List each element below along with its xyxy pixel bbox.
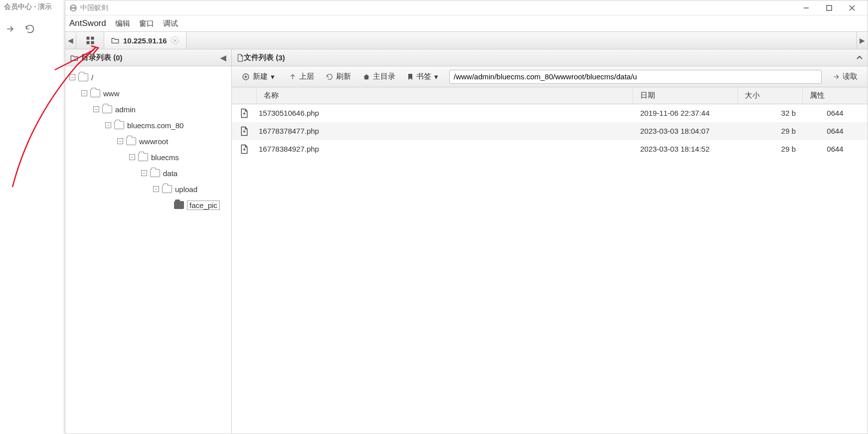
home-grid-button[interactable] xyxy=(76,32,104,49)
home-button[interactable]: 主目录 xyxy=(358,70,400,83)
tree-toggle-icon[interactable]: − xyxy=(105,122,111,128)
plus-circle-icon xyxy=(242,73,250,81)
folder-icon xyxy=(90,89,100,97)
file-rows: 15730510646.php2019-11-06 22:37:4432 b06… xyxy=(232,104,868,434)
path-input[interactable] xyxy=(449,70,822,84)
tree-node-bluecms[interactable]: −bluecms xyxy=(65,149,231,165)
minimize-button[interactable] xyxy=(795,0,818,15)
svg-rect-6 xyxy=(91,41,94,44)
tab-host[interactable]: 10.225.91.16 ✕ xyxy=(104,32,186,49)
browser-tab-title: 会员中心 - 演示 xyxy=(4,2,52,11)
home-label: 主目录 xyxy=(373,72,395,81)
col-name[interactable]: 名称 xyxy=(257,87,633,104)
directory-tree: −/ −www −admin −bluecms.com_80 −wwwroot … xyxy=(65,66,231,434)
brand-label: AntSword xyxy=(69,18,106,28)
col-size[interactable]: 大小 xyxy=(738,87,803,104)
browser-reload-icon[interactable] xyxy=(25,24,35,34)
file-size: 29 b xyxy=(738,127,803,135)
tree-node-facepic[interactable]: face_pic xyxy=(65,197,231,213)
tree-toggle-icon[interactable]: − xyxy=(93,106,99,112)
col-attr[interactable]: 属性 xyxy=(803,87,868,104)
file-toolbar: 新建 ▾ 上层 刷新 主目录 书签 xyxy=(232,66,868,87)
folder-icon xyxy=(174,201,184,209)
menu-window[interactable]: 窗口 xyxy=(135,17,158,30)
file-icon xyxy=(237,54,244,62)
read-button[interactable]: 读取 xyxy=(828,70,863,83)
file-header-suffix: ) xyxy=(283,53,285,62)
tabs-prev-button[interactable]: ◀ xyxy=(65,32,76,49)
browser-forward-icon[interactable] xyxy=(5,24,15,34)
folder-icon xyxy=(111,37,119,44)
file-row[interactable]: 15730510646.php2019-11-06 22:37:4432 b06… xyxy=(232,104,868,122)
menu-debug[interactable]: 调试 xyxy=(159,17,182,30)
folder-icon xyxy=(70,54,78,61)
file-date: 2023-03-03 18:14:52 xyxy=(633,145,738,153)
file-date: 2019-11-06 22:37:44 xyxy=(633,109,738,117)
directory-pane: 目录列表 (0) ◀ −/ −www −admin −bluecms.com_8… xyxy=(65,49,232,434)
tree-toggle-icon[interactable]: − xyxy=(153,186,159,192)
tree-toggle-icon[interactable]: − xyxy=(141,170,147,176)
file-header: 文件列表 (3) xyxy=(232,49,868,66)
app-window: 中国蚁剑 AntSword 编辑 窗口 调试 ◀ 10.225.91.16 ✕ … xyxy=(65,0,868,434)
tree-node-admin[interactable]: −admin xyxy=(65,101,231,117)
file-size: 29 b xyxy=(738,145,803,153)
collapse-left-icon[interactable]: ◀ xyxy=(220,53,226,62)
bookmark-icon xyxy=(407,73,413,80)
folder-icon xyxy=(78,73,88,81)
window-title: 中国蚁剑 xyxy=(80,3,795,12)
svg-rect-4 xyxy=(91,37,94,40)
tree-node-bluecms80[interactable]: −bluecms.com_80 xyxy=(65,117,231,133)
tree-label: data xyxy=(163,169,177,178)
file-row[interactable]: 16778384927.php2023-03-03 18:14:5229 b06… xyxy=(232,140,868,158)
collapse-right-icon[interactable] xyxy=(857,55,863,61)
home-icon xyxy=(363,73,370,80)
folder-icon xyxy=(126,137,136,145)
col-select[interactable] xyxy=(232,87,257,104)
tree-node-root[interactable]: −/ xyxy=(65,69,231,85)
folder-icon xyxy=(138,153,148,161)
close-button[interactable] xyxy=(841,0,864,15)
tree-label: upload xyxy=(175,185,197,194)
folder-icon xyxy=(114,121,124,129)
new-label: 新建 xyxy=(253,72,268,81)
file-header-prefix: 文件列表 ( xyxy=(244,53,278,62)
tree-label: face_pic xyxy=(187,201,220,210)
bookmark-button[interactable]: 书签 ▾ xyxy=(402,70,443,83)
tree-node-data[interactable]: −data xyxy=(65,165,231,181)
svg-rect-3 xyxy=(86,37,89,40)
tree-toggle-icon[interactable]: − xyxy=(117,138,123,144)
directory-header: 目录列表 (0) ◀ xyxy=(65,49,231,66)
refresh-label: 刷新 xyxy=(336,72,351,81)
file-size: 32 b xyxy=(738,109,803,117)
grid-header: 名称 日期 大小 属性 xyxy=(232,87,868,104)
bookmark-label: 书签 xyxy=(416,72,431,81)
file-header-count: 3 xyxy=(278,53,282,62)
tree-label: bluecms xyxy=(151,153,179,162)
file-pane: 文件列表 (3) 新建 ▾ 上层 刷新 xyxy=(232,49,868,434)
tree-label: admin xyxy=(115,105,136,114)
tabs-next-button[interactable]: ▶ xyxy=(857,32,868,49)
file-code-icon xyxy=(232,144,257,154)
tree-node-www[interactable]: −www xyxy=(65,85,231,101)
svg-rect-5 xyxy=(86,41,89,44)
tree-label: www xyxy=(103,89,120,98)
tab-close-icon[interactable]: ✕ xyxy=(171,36,179,44)
menubar: AntSword 编辑 窗口 调试 xyxy=(65,15,868,31)
file-name: 16778378477.php xyxy=(257,127,633,135)
col-date[interactable]: 日期 xyxy=(633,87,738,104)
tree-node-wwwroot[interactable]: −wwwroot xyxy=(65,133,231,149)
tree-node-upload[interactable]: −upload xyxy=(65,181,231,197)
svg-rect-2 xyxy=(827,5,832,10)
folder-icon xyxy=(150,169,160,177)
file-attr: 0644 xyxy=(803,145,868,153)
refresh-button[interactable]: 刷新 xyxy=(321,70,356,83)
tree-toggle-icon[interactable]: − xyxy=(69,74,75,80)
up-button[interactable]: 上层 xyxy=(284,70,319,83)
tree-toggle-icon[interactable]: − xyxy=(81,90,87,96)
maximize-button[interactable] xyxy=(818,0,841,15)
new-button[interactable]: 新建 ▾ xyxy=(237,70,280,83)
file-row[interactable]: 16778378477.php2023-03-03 18:04:0729 b06… xyxy=(232,122,868,140)
tree-toggle-icon[interactable]: − xyxy=(129,154,135,160)
file-attr: 0644 xyxy=(803,127,868,135)
menu-edit[interactable]: 编辑 xyxy=(111,17,134,30)
